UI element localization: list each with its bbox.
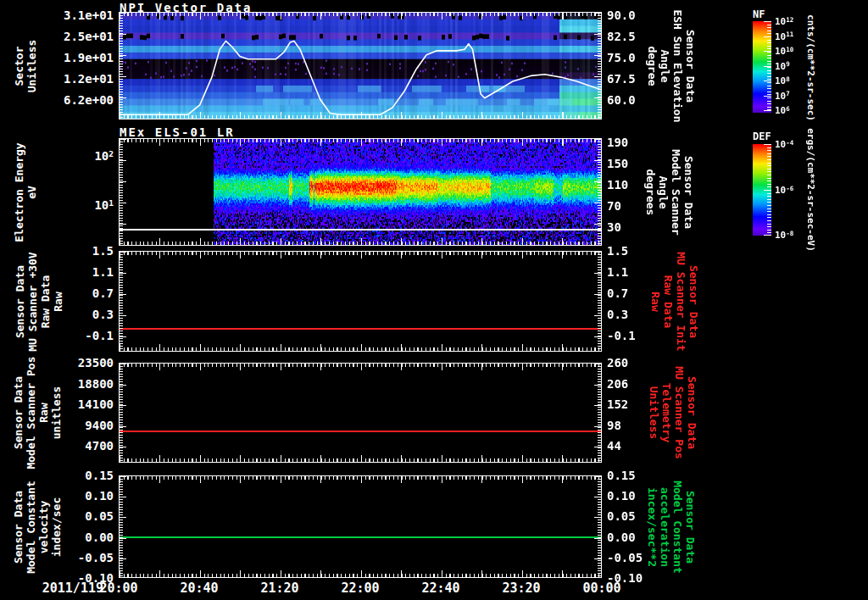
axis-tick-marks [598, 476, 601, 577]
colorbar-tick-label: 10-8 [775, 230, 793, 241]
y-axis-title-line: Sensor Data [12, 356, 25, 469]
time-tick-label: 23:20 [502, 581, 540, 596]
y2-axis-title-line: Angle [659, 9, 671, 122]
y-axis-title-line: Sector [13, 39, 25, 92]
y2-axis-title-line: Sensor Data [686, 366, 698, 459]
axis-tick-marks [120, 455, 601, 462]
axis-tick-marks [594, 364, 601, 462]
axis-tick-marks [120, 476, 123, 577]
colorbar-tick-label: 106 [775, 105, 790, 116]
y-axis-title-line: Electron Energy [13, 142, 25, 242]
y-axis-title-line: Raw [52, 252, 64, 351]
y-axis-tick-label: -0.10 [0, 572, 114, 584]
colorbar-tick-label: 1010 [775, 46, 793, 57]
y2-axis-title: Sensor DataModel Constantaccelerationinc… [646, 481, 697, 574]
y2-axis-title-line: degree [646, 9, 659, 122]
y2-axis-tick-label: 70 [607, 200, 621, 212]
y2-axis-tick-label: -0.1 [607, 330, 636, 342]
axis-tick-marks [120, 252, 123, 351]
axis-tick-marks [594, 476, 601, 577]
colorbar-tick-label: 1012 [775, 16, 793, 27]
y2-axis-tick-label: 60.0 [607, 94, 636, 106]
nf-colorbar [753, 21, 771, 113]
y2-axis-title: Sensor DataModel ScannerAngledegrees [644, 149, 695, 236]
panel2-title: MEx ELS-01 LR [120, 125, 235, 139]
colorbar-tick-label: 10-4 [775, 139, 793, 150]
time-tick-label: 20:40 [180, 581, 218, 596]
y-axis-tick-label: 0.15 [0, 469, 114, 481]
y2-axis-title-line: MU Scanner Init [675, 252, 687, 351]
y2-axis-tick-label: 0.15 [607, 469, 636, 481]
y2-axis-title: Sensor DataMU Scanner InitRaw DataRaw [649, 252, 700, 351]
y2-axis-title-line: ESH Sun Elevation [671, 9, 684, 122]
y2-axis-title-line: Model Scanner [670, 149, 682, 236]
y-axis-title-line: eV [25, 142, 38, 242]
colorbar-tick-label: 10-6 [775, 185, 793, 196]
model-constant-line [120, 536, 601, 538]
axis-tick-marks [120, 458, 601, 462]
y2-axis-title-line: Unitless [648, 366, 660, 459]
y-axis-title-line: Model Constant [25, 481, 37, 574]
axis-tick-marks [120, 252, 126, 351]
y2-axis-tick-label: 67.5 [607, 73, 636, 85]
y2-axis-tick-label: -0.05 [607, 552, 643, 564]
axis-tick-marks [594, 252, 601, 351]
y2-axis-title-line: Raw [649, 252, 662, 351]
y2-axis-tick-label: 110 [607, 179, 628, 191]
y2-axis-tick-label: 44 [607, 440, 621, 452]
axis-tick-marks [120, 476, 126, 577]
mu-scanner-raw-line [120, 328, 601, 330]
y-axis-title-line: Unitless [25, 39, 38, 92]
y2-axis-tick-label: 90.0 [607, 9, 636, 21]
y-axis-title: Sensor DataModel Scanner PosRawunitless [12, 356, 63, 469]
axis-tick-marks [120, 252, 601, 258]
els-spectrogram-panel [119, 138, 602, 246]
def-colorbar [753, 144, 771, 236]
time-tick-label: 22:40 [421, 581, 459, 596]
y2-axis-tick-label: 82.5 [607, 31, 636, 42]
y2-axis-tick-label: 1.1 [607, 266, 628, 278]
axis-tick-marks [120, 574, 601, 577]
y-axis-title-line: unitless [50, 356, 63, 469]
y2-axis-title-line: Model Constant [671, 481, 684, 574]
y2-axis-title-line: Raw Data [662, 252, 675, 351]
sun-elevation-line [120, 13, 601, 119]
plot-screen: NPI Vector Data MEx ELS-01 LR NF cnts/(c… [0, 0, 868, 600]
y2-axis-tick-label: 0.3 [607, 308, 628, 320]
nf-colorbar-unit: cnts/(cm**2-sr-sec) [805, 14, 815, 121]
colorbar-tick-label: 1011 [775, 31, 793, 42]
axis-tick-marks [598, 364, 601, 462]
axis-tick-marks [120, 252, 601, 255]
y2-axis-title-line: Sensor Data [687, 252, 700, 351]
y-axis-title-line: Model Scanner Pos [25, 356, 37, 469]
scanner-pos-line [120, 431, 601, 432]
axis-tick-marks [120, 347, 601, 351]
y2-axis-title-line: Sensor Data [684, 481, 697, 574]
y2-axis-title-line: Telemetry [660, 366, 673, 459]
y2-axis-tick-label: 0.05 [607, 510, 636, 522]
axis-tick-marks [120, 364, 601, 367]
y2-axis-title: Sensor DataESH Sun ElevationAngledegree [646, 9, 697, 122]
y-axis-title-line: index/sec [50, 481, 63, 574]
mu-scanner-panel [119, 251, 602, 352]
time-tick-label: 21:20 [260, 581, 298, 596]
time-tick-label: 22:00 [341, 581, 379, 596]
y-axis-title-line: Sensor Data [14, 252, 26, 351]
colorbar-tick-label: 108 [775, 75, 790, 86]
y2-axis-title-line: MU Scanner Pos [673, 366, 686, 459]
scanner-pos-panel [119, 363, 602, 463]
y2-axis-tick-label: 98 [607, 419, 621, 431]
y-axis-title-line: Raw Data [39, 252, 52, 351]
y2-axis-tick-label: -0.10 [607, 572, 643, 584]
y-axis-title-line: velocity [37, 481, 50, 574]
y2-axis-tick-label: 0.7 [607, 287, 628, 299]
y2-axis-tick-label: 0.10 [607, 490, 636, 502]
axis-tick-marks [120, 364, 601, 370]
axis-tick-marks [120, 476, 601, 483]
y-axis-tick-label: 6.2e+00 [0, 94, 114, 106]
axis-tick-marks [120, 476, 601, 480]
y2-axis-title-line: Sensor Data [682, 149, 695, 236]
y2-axis-title-line: acceleration [659, 481, 671, 574]
y2-axis-title: Sensor DataMU Scanner PosTelemetryUnitle… [648, 366, 698, 459]
y2-axis-tick-label: 0.00 [607, 531, 636, 543]
